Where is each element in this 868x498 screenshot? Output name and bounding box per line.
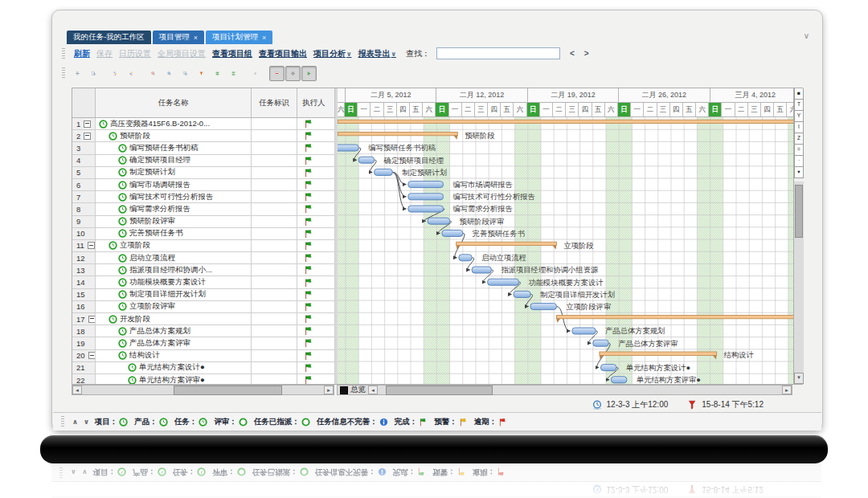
day-cell[interactable]: 六 [514, 103, 526, 116]
task-name-cell[interactable]: 编写技术可行性分析报告 [96, 191, 252, 202]
find-input[interactable] [436, 47, 560, 59]
table-row[interactable]: 7编写技术可行性分析报告 [72, 191, 335, 203]
table-row[interactable]: 15制定项目详细开发计划 [72, 289, 335, 301]
day-cell[interactable]: 六 [605, 103, 618, 116]
day-cell[interactable]: 一 [540, 103, 553, 116]
link-刷新[interactable]: 刷新 [74, 48, 90, 59]
table-horizontal-scrollbar[interactable]: ◄ ► [72, 385, 334, 395]
day-cell[interactable]: 三 [475, 103, 488, 116]
day-cell[interactable]: 五 [683, 103, 696, 116]
legend-collapse-up-icon[interactable]: ∧ [72, 418, 78, 426]
toolbar-grip-icon[interactable] [61, 416, 64, 427]
day-cell[interactable]: 日 [527, 103, 540, 116]
task-name-cell[interactable]: 制定预研计划 [96, 167, 252, 178]
gantt-task-bar[interactable] [442, 230, 463, 236]
table-row[interactable]: 4确定预研项目经理 [72, 155, 335, 167]
day-cell[interactable]: 一 [722, 103, 735, 116]
gantt-task-bar[interactable] [428, 218, 450, 224]
filter-icon[interactable] [194, 66, 209, 81]
day-cell[interactable]: 五 [501, 103, 514, 116]
day-cell[interactable]: 四 [579, 103, 592, 116]
table-row[interactable]: 21单元结构方案设计● [72, 362, 335, 374]
expand-rows-icon[interactable] [226, 66, 241, 81]
day-cell[interactable]: 二 [553, 103, 566, 116]
day-cell[interactable]: 二 [371, 103, 383, 116]
scroll-thumb[interactable] [174, 386, 281, 395]
toolbar-grip-icon[interactable] [62, 67, 65, 79]
gantt-task-bar[interactable] [408, 194, 444, 200]
nav-prev-button[interactable]: < [570, 49, 575, 58]
gantt-task-bar[interactable] [514, 291, 530, 297]
expand-collapse-icon[interactable] [88, 242, 95, 249]
scroll-right-arrow-icon[interactable]: ► [324, 386, 334, 394]
tab-close-icon[interactable]: × [262, 34, 266, 42]
day-cell[interactable]: 六 [696, 103, 709, 116]
header-task-name[interactable]: 任务名称 [96, 88, 252, 117]
day-cell[interactable]: 二 [644, 103, 657, 116]
printer-icon[interactable] [70, 66, 85, 81]
vertical-toolbar-button-6[interactable]: = [794, 145, 804, 156]
day-cell[interactable]: 三 [748, 103, 761, 116]
table-row[interactable]: 13指派项目经理和协调小... [72, 264, 335, 276]
gantt-task-bar[interactable] [572, 328, 596, 334]
day-cell[interactable]: 日 [345, 103, 358, 116]
overview-label[interactable]: 总览 [350, 385, 366, 395]
expand-collapse-icon[interactable] [88, 352, 96, 359]
table-row[interactable]: 6编写市场调研报告 [72, 179, 335, 191]
zoom-out-icon[interactable] [145, 66, 161, 81]
table-row[interactable]: 5制定预研计划 [72, 167, 335, 179]
gantt-summary-bar[interactable] [338, 120, 793, 123]
locate-icon[interactable] [285, 66, 301, 81]
week-cell[interactable]: 三月 4, 2012 [710, 88, 793, 102]
scroll-right-arrow-icon[interactable]: ► [782, 386, 792, 394]
scroll-down-arrow-icon[interactable]: ▼ [794, 373, 804, 384]
task-name-cell[interactable]: 预研阶段评审 [96, 216, 252, 227]
day-cell[interactable]: 二 [462, 103, 475, 116]
gantt-task-bar[interactable] [612, 377, 627, 383]
task-name-cell[interactable]: 制定项目详细开发计划 [96, 289, 252, 300]
task-name-cell[interactable]: 编写预研任务书初稿 [96, 142, 252, 153]
task-name-cell[interactable]: 编写需求分析报告 [96, 203, 252, 214]
gantt-vertical-scrollbar[interactable] [794, 182, 804, 373]
scroll-left-arrow-icon[interactable]: ◄ [72, 386, 82, 394]
week-cell[interactable]: 二月 5, 2012 [346, 88, 436, 102]
task-name-cell[interactable]: 高压变频器415F6.B-2012-0... [96, 118, 252, 129]
header-task-id[interactable]: 任务标识 [252, 88, 297, 117]
day-cell[interactable]: 五 [592, 103, 605, 116]
vertical-toolbar-button-7[interactable]: · [794, 156, 804, 167]
task-name-cell[interactable]: 开发阶段 [96, 313, 252, 325]
task-name-cell[interactable]: 立项阶段评审 [96, 301, 252, 312]
task-name-cell[interactable]: 指派项目经理和协调小... [96, 264, 252, 276]
gantt-task-bar[interactable] [459, 255, 472, 261]
task-name-cell[interactable]: 产品总体方案评审 [96, 337, 252, 349]
day-cell[interactable]: 六 [423, 103, 436, 116]
scroll-thumb[interactable] [795, 185, 803, 238]
day-cell[interactable]: 日 [618, 103, 631, 116]
gantt-task-bar[interactable] [488, 279, 519, 285]
overview-icon[interactable] [340, 386, 348, 394]
day-cell[interactable]: 四 [397, 103, 410, 116]
collapse-rows-icon[interactable] [210, 66, 225, 81]
gantt-task-bar[interactable] [358, 157, 374, 163]
indent-icon[interactable] [108, 66, 123, 81]
nav-next-button[interactable]: > [584, 49, 589, 58]
vertical-toolbar-button-3[interactable]: Y [794, 111, 804, 122]
day-cell[interactable]: 日 [436, 103, 448, 116]
vertical-toolbar-button-5[interactable]: Z [794, 133, 804, 145]
print-preview-icon[interactable] [86, 66, 101, 81]
day-cell[interactable]: 三 [657, 103, 670, 116]
day-cell[interactable]: 四 [488, 103, 501, 116]
vertical-toolbar-button-2[interactable]: T [794, 100, 804, 111]
day-cell[interactable]: 五 [410, 103, 423, 116]
toolbar-grip-icon[interactable] [62, 48, 65, 59]
task-name-cell[interactable]: 单元结构方案评审● [96, 374, 252, 384]
task-name-cell[interactable]: 确定预研项目经理 [96, 155, 252, 166]
task-name-cell[interactable]: 完善预研任务书 [96, 228, 252, 239]
task-name-cell[interactable]: 启动立项流程 [96, 252, 252, 263]
vertical-toolbar-button-8[interactable]: ▾ [794, 167, 804, 178]
link-报表导出[interactable]: 报表导出∨ [358, 48, 397, 59]
gantt-summary-bar[interactable] [457, 242, 557, 245]
table-row[interactable]: 11立项阶段 [72, 240, 335, 252]
outdent-icon[interactable] [124, 66, 139, 81]
gantt-task-bar[interactable] [601, 365, 616, 371]
